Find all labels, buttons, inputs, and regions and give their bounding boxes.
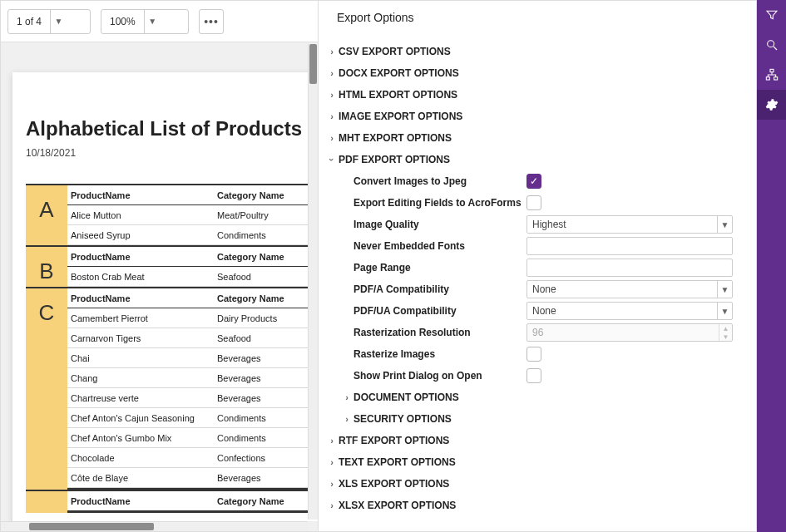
chevron-right-icon: › <box>325 90 339 100</box>
input-value: 96 <box>532 327 543 338</box>
row-raster-res: Rasterization Resolution 96 ▲▼ <box>325 322 748 343</box>
group-docx[interactable]: ›DOCX EXPORT OPTIONS <box>325 62 748 84</box>
cell-product-name: Chocolade <box>67 453 217 463</box>
chevron-down-icon: ▼ <box>144 10 161 33</box>
row-page-range: Page Range <box>325 257 748 278</box>
row-never-embedded: Never Embedded Fonts <box>325 235 748 257</box>
checkbox-convert-images[interactable]: ✓ <box>526 174 541 189</box>
column-header-category: Category Name <box>217 252 317 262</box>
more-actions-button[interactable]: ••• <box>199 9 224 34</box>
cell-category: Seafood <box>217 333 317 343</box>
checkbox-show-print[interactable] <box>526 368 541 383</box>
chevron-right-icon: › <box>325 457 339 467</box>
group-security-options[interactable]: ›SECURITY OPTIONS <box>325 408 748 430</box>
table-row: ChangBeverages <box>67 368 318 388</box>
cell-product-name: Chai <box>67 353 217 363</box>
table-header: ProductNameCategory Name <box>67 185 318 205</box>
checkbox-rasterize[interactable] <box>526 347 541 362</box>
svg-rect-4 <box>774 77 777 80</box>
section-letter: B <box>26 247 67 287</box>
table-row: Aniseed SyrupCondiments <box>67 225 318 245</box>
cell-product-name: Chartreuse verte <box>67 393 217 403</box>
cell-category: Confections <box>217 453 317 463</box>
zoom-label: 100% <box>101 16 144 27</box>
input-never-embedded[interactable] <box>526 237 733 255</box>
cell-product-name: Chang <box>67 373 217 383</box>
column-header-name: ProductName <box>67 293 217 303</box>
svg-line-1 <box>774 47 777 50</box>
table-row: Camembert PierrotDairy Products <box>67 308 318 328</box>
group-html[interactable]: ›HTML EXPORT OPTIONS <box>325 84 748 106</box>
row-convert-images: Convert Images to Jpeg ✓ <box>325 170 748 192</box>
rail-search[interactable] <box>757 30 786 60</box>
cell-category: Meat/Poultry <box>217 210 317 220</box>
chevron-down-icon: ▼ <box>717 216 732 233</box>
search-icon <box>765 38 779 52</box>
input-raster-res[interactable]: 96 ▲▼ <box>526 323 733 342</box>
field-label: Convert Images to Jpeg <box>353 175 526 187</box>
cell-product-name: Chef Anton's Gumbo Mix <box>67 433 217 443</box>
select-pdfa[interactable]: None▼ <box>526 280 733 298</box>
chevron-right-icon: › <box>325 133 339 143</box>
table-row: Chartreuse verteBeverages <box>67 388 318 408</box>
spinner-buttons[interactable]: ▲▼ <box>719 324 732 341</box>
group-label: SECURITY OPTIONS <box>353 413 452 425</box>
group-document-options[interactable]: ›DOCUMENT OPTIONS <box>325 387 748 408</box>
table-row: ChocoladeConfections <box>67 448 318 468</box>
group-xls[interactable]: ›XLS EXPORT OPTIONS <box>325 473 748 495</box>
column-header-category: Category Name <box>217 190 317 200</box>
column-header-name: ProductName <box>67 496 217 506</box>
select-value: None <box>532 283 556 295</box>
group-text[interactable]: ›TEXT EXPORT OPTIONS <box>325 451 748 473</box>
cell-product-name: Carnarvon Tigers <box>67 333 217 343</box>
select-pdfua[interactable]: None▼ <box>526 302 733 320</box>
checkbox-export-editing[interactable] <box>526 195 541 210</box>
group-rtf[interactable]: ›RTF EXPORT OPTIONS <box>325 430 748 451</box>
chevron-down-icon: ▼ <box>50 10 67 33</box>
group-csv[interactable]: ›CSV EXPORT OPTIONS <box>325 41 748 62</box>
scrollbar-thumb[interactable] <box>29 523 154 530</box>
chevron-right-icon: › <box>325 111 339 121</box>
select-image-quality[interactable]: Highest▼ <box>526 215 733 234</box>
cell-category: Condiments <box>217 413 317 423</box>
group-image[interactable]: ›IMAGE EXPORT OPTIONS <box>325 106 748 127</box>
table-row: Chef Anton's Cajun SeasoningCondiments <box>67 408 318 428</box>
report-page: Alphabetical List of Products 10/18/2021… <box>12 72 318 521</box>
field-label: Page Range <box>353 262 526 273</box>
group-label: XLS EXPORT OPTIONS <box>339 478 449 490</box>
input-page-range[interactable] <box>526 259 733 277</box>
report-viewer-pane: 1 of 4 ▼ 100% ▼ ••• Alphabetical List of… <box>0 0 319 532</box>
cell-category: Beverages <box>217 373 317 383</box>
chevron-down-icon: ▼ <box>717 281 732 298</box>
group-pdf[interactable]: ›PDF EXPORT OPTIONS <box>325 149 748 170</box>
scrollbar-thumb[interactable] <box>309 44 317 84</box>
cell-product-name: Aniseed Syrup <box>67 230 217 240</box>
group-label: DOCUMENT OPTIONS <box>353 392 459 403</box>
field-label: PDF/A Compatibility <box>353 283 526 295</box>
group-xlsx[interactable]: ›XLSX EXPORT OPTIONS <box>325 495 748 516</box>
group-label: TEXT EXPORT OPTIONS <box>339 456 456 468</box>
zoom-selector[interactable]: 100% ▼ <box>101 9 189 34</box>
filter-icon <box>765 8 779 22</box>
vertical-scrollbar[interactable] <box>308 44 318 520</box>
page-selector[interactable]: 1 of 4 ▼ <box>7 9 91 34</box>
viewer-toolbar: 1 of 4 ▼ 100% ▼ ••• <box>1 1 318 42</box>
rail-tree[interactable] <box>757 60 786 90</box>
group-mht[interactable]: ›MHT EXPORT OPTIONS <box>325 127 748 149</box>
cell-product-name: Boston Crab Meat <box>67 272 217 282</box>
page-viewport: Alphabetical List of Products 10/18/2021… <box>1 42 318 521</box>
report-title: Alphabetical List of Products <box>26 117 318 140</box>
cell-category: Beverages <box>217 393 317 403</box>
rail-settings[interactable] <box>757 90 786 120</box>
table-row: Carnarvon TigersSeafood <box>67 328 318 348</box>
group-label: MHT EXPORT OPTIONS <box>339 132 452 144</box>
table-row: Chef Anton's Gumbo MixCondiments <box>67 428 318 448</box>
group-label: DOCX EXPORT OPTIONS <box>339 67 459 79</box>
horizontal-scrollbar[interactable] <box>1 521 308 531</box>
row-export-editing: Export Editing Fields to AcroForms <box>325 192 748 214</box>
rail-filter[interactable] <box>757 0 786 30</box>
chevron-down-icon: ▼ <box>719 332 732 341</box>
row-image-quality: Image Quality Highest▼ <box>325 214 748 235</box>
table-row: Boston Crab MeatSeafood <box>67 267 318 287</box>
hierarchy-icon <box>765 68 779 81</box>
